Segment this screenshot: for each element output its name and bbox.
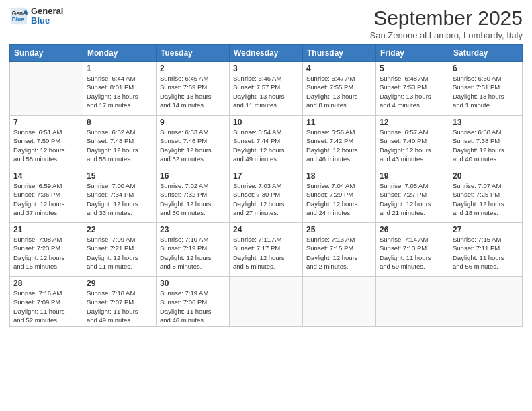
- day-info: Sunrise: 6:45 AM Sunset: 7:59 PM Dayligh…: [160, 74, 226, 109]
- calendar-cell: 27Sunrise: 7:15 AM Sunset: 7:11 PM Dayli…: [449, 223, 523, 277]
- page: General Blue General Blue September 2025…: [0, 0, 532, 411]
- main-title: September 2025: [370, 7, 523, 29]
- calendar-cell: 25Sunrise: 7:13 AM Sunset: 7:15 PM Dayli…: [303, 223, 376, 277]
- calendar: SundayMondayTuesdayWednesdayThursdayFrid…: [9, 44, 523, 327]
- day-info: Sunrise: 7:02 AM Sunset: 7:32 PM Dayligh…: [160, 181, 226, 217]
- day-number: 18: [306, 171, 372, 181]
- day-number: 28: [13, 279, 79, 288]
- day-info: Sunrise: 6:50 AM Sunset: 7:51 PM Dayligh…: [453, 74, 519, 109]
- calendar-cell: [449, 277, 523, 327]
- day-info: Sunrise: 6:53 AM Sunset: 7:46 PM Dayligh…: [160, 128, 226, 163]
- calendar-cell: 24Sunrise: 7:11 AM Sunset: 7:17 PM Dayli…: [230, 223, 303, 277]
- day-info: Sunrise: 7:13 AM Sunset: 7:15 PM Dayligh…: [306, 235, 372, 271]
- logo-line1: General: [31, 7, 63, 16]
- calendar-cell: 6Sunrise: 6:50 AM Sunset: 7:51 PM Daylig…: [449, 62, 523, 116]
- calendar-cell: 8Sunrise: 6:52 AM Sunset: 7:48 PM Daylig…: [83, 116, 157, 169]
- day-number: 6: [453, 64, 519, 73]
- calendar-cell: 10Sunrise: 6:54 AM Sunset: 7:44 PM Dayli…: [230, 116, 303, 169]
- calendar-cell: 23Sunrise: 7:10 AM Sunset: 7:19 PM Dayli…: [157, 223, 230, 277]
- day-number: 30: [160, 279, 226, 288]
- calendar-cell: 28Sunrise: 7:16 AM Sunset: 7:09 PM Dayli…: [10, 277, 83, 327]
- day-info: Sunrise: 6:54 AM Sunset: 7:44 PM Dayligh…: [233, 128, 299, 163]
- calendar-cell: 7Sunrise: 6:51 AM Sunset: 7:50 PM Daylig…: [10, 116, 83, 169]
- calendar-cell: [303, 277, 376, 327]
- calendar-cell: [10, 62, 83, 116]
- logo-line2: Blue: [31, 16, 63, 26]
- day-info: Sunrise: 6:51 AM Sunset: 7:50 PM Dayligh…: [13, 128, 79, 163]
- calendar-cell: 5Sunrise: 6:48 AM Sunset: 7:53 PM Daylig…: [376, 62, 449, 116]
- col-header-friday: Friday: [376, 45, 449, 62]
- day-number: 2: [160, 64, 226, 73]
- day-info: Sunrise: 7:15 AM Sunset: 7:11 PM Dayligh…: [453, 235, 519, 271]
- calendar-cell: 16Sunrise: 7:02 AM Sunset: 7:32 PM Dayli…: [157, 169, 230, 223]
- day-number: 17: [233, 171, 299, 181]
- day-number: 25: [306, 225, 372, 234]
- week-row-4: 21Sunrise: 7:08 AM Sunset: 7:23 PM Dayli…: [10, 223, 523, 277]
- day-info: Sunrise: 7:04 AM Sunset: 7:29 PM Dayligh…: [306, 181, 372, 217]
- day-info: Sunrise: 6:59 AM Sunset: 7:36 PM Dayligh…: [13, 181, 79, 217]
- day-number: 8: [87, 118, 152, 127]
- calendar-cell: 9Sunrise: 6:53 AM Sunset: 7:46 PM Daylig…: [157, 116, 230, 169]
- day-info: Sunrise: 7:11 AM Sunset: 7:17 PM Dayligh…: [233, 235, 299, 271]
- day-number: 19: [380, 171, 445, 181]
- day-number: 3: [233, 64, 299, 73]
- subtitle: San Zenone al Lambro, Lombardy, Italy: [370, 30, 523, 40]
- day-number: 23: [160, 225, 226, 234]
- day-info: Sunrise: 6:58 AM Sunset: 7:38 PM Dayligh…: [453, 128, 519, 163]
- day-info: Sunrise: 7:05 AM Sunset: 7:27 PM Dayligh…: [380, 181, 445, 217]
- day-number: 20: [453, 171, 519, 181]
- day-info: Sunrise: 7:08 AM Sunset: 7:23 PM Dayligh…: [13, 235, 79, 271]
- svg-text:Blue: Blue: [12, 17, 24, 24]
- calendar-cell: 18Sunrise: 7:04 AM Sunset: 7:29 PM Dayli…: [303, 169, 376, 223]
- day-number: 10: [233, 118, 299, 127]
- day-number: 24: [233, 225, 299, 234]
- day-info: Sunrise: 7:07 AM Sunset: 7:25 PM Dayligh…: [453, 181, 519, 217]
- day-number: 12: [380, 118, 445, 127]
- calendar-cell: 4Sunrise: 6:47 AM Sunset: 7:55 PM Daylig…: [303, 62, 376, 116]
- day-number: 27: [453, 225, 519, 234]
- day-number: 7: [13, 118, 79, 127]
- day-info: Sunrise: 6:46 AM Sunset: 7:57 PM Dayligh…: [233, 74, 299, 109]
- day-info: Sunrise: 7:09 AM Sunset: 7:21 PM Dayligh…: [87, 235, 152, 271]
- calendar-cell: 1Sunrise: 6:44 AM Sunset: 8:01 PM Daylig…: [83, 62, 157, 116]
- calendar-cell: 19Sunrise: 7:05 AM Sunset: 7:27 PM Dayli…: [376, 169, 449, 223]
- day-info: Sunrise: 6:44 AM Sunset: 8:01 PM Dayligh…: [87, 74, 152, 109]
- day-info: Sunrise: 7:16 AM Sunset: 7:09 PM Dayligh…: [13, 289, 79, 324]
- calendar-cell: 3Sunrise: 6:46 AM Sunset: 7:57 PM Daylig…: [230, 62, 303, 116]
- week-row-2: 7Sunrise: 6:51 AM Sunset: 7:50 PM Daylig…: [10, 116, 523, 169]
- day-info: Sunrise: 6:56 AM Sunset: 7:42 PM Dayligh…: [306, 128, 372, 163]
- calendar-cell: 29Sunrise: 7:18 AM Sunset: 7:07 PM Dayli…: [83, 277, 157, 327]
- col-header-tuesday: Tuesday: [157, 45, 230, 62]
- day-number: 5: [380, 64, 445, 73]
- calendar-cell: 14Sunrise: 6:59 AM Sunset: 7:36 PM Dayli…: [10, 169, 83, 223]
- day-info: Sunrise: 6:48 AM Sunset: 7:53 PM Dayligh…: [380, 74, 445, 109]
- day-info: Sunrise: 7:18 AM Sunset: 7:07 PM Dayligh…: [87, 289, 152, 324]
- day-number: 15: [87, 171, 152, 181]
- calendar-cell: 20Sunrise: 7:07 AM Sunset: 7:25 PM Dayli…: [449, 169, 523, 223]
- calendar-cell: 22Sunrise: 7:09 AM Sunset: 7:21 PM Dayli…: [83, 223, 157, 277]
- day-info: Sunrise: 6:57 AM Sunset: 7:40 PM Dayligh…: [380, 128, 445, 163]
- week-row-5: 28Sunrise: 7:16 AM Sunset: 7:09 PM Dayli…: [10, 277, 523, 327]
- calendar-cell: 26Sunrise: 7:14 AM Sunset: 7:13 PM Dayli…: [376, 223, 449, 277]
- calendar-cell: 2Sunrise: 6:45 AM Sunset: 7:59 PM Daylig…: [157, 62, 230, 116]
- calendar-header-row: SundayMondayTuesdayWednesdayThursdayFrid…: [10, 45, 523, 62]
- day-info: Sunrise: 6:52 AM Sunset: 7:48 PM Dayligh…: [87, 128, 152, 163]
- day-info: Sunrise: 7:03 AM Sunset: 7:30 PM Dayligh…: [233, 181, 299, 217]
- day-info: Sunrise: 7:19 AM Sunset: 7:06 PM Dayligh…: [160, 289, 226, 324]
- calendar-cell: 11Sunrise: 6:56 AM Sunset: 7:42 PM Dayli…: [303, 116, 376, 169]
- day-number: 4: [306, 64, 372, 73]
- day-number: 14: [13, 171, 79, 181]
- calendar-cell: [376, 277, 449, 327]
- day-number: 9: [160, 118, 226, 127]
- calendar-cell: 30Sunrise: 7:19 AM Sunset: 7:06 PM Dayli…: [157, 277, 230, 327]
- calendar-cell: 15Sunrise: 7:00 AM Sunset: 7:34 PM Dayli…: [83, 169, 157, 223]
- calendar-cell: [230, 277, 303, 327]
- calendar-cell: 21Sunrise: 7:08 AM Sunset: 7:23 PM Dayli…: [10, 223, 83, 277]
- col-header-sunday: Sunday: [10, 45, 83, 62]
- calendar-cell: 13Sunrise: 6:58 AM Sunset: 7:38 PM Dayli…: [449, 116, 523, 169]
- calendar-cell: 12Sunrise: 6:57 AM Sunset: 7:40 PM Dayli…: [376, 116, 449, 169]
- day-info: Sunrise: 7:14 AM Sunset: 7:13 PM Dayligh…: [380, 235, 445, 271]
- calendar-cell: 17Sunrise: 7:03 AM Sunset: 7:30 PM Dayli…: [230, 169, 303, 223]
- day-number: 11: [306, 118, 372, 127]
- title-block: September 2025 San Zenone al Lambro, Lom…: [370, 7, 523, 40]
